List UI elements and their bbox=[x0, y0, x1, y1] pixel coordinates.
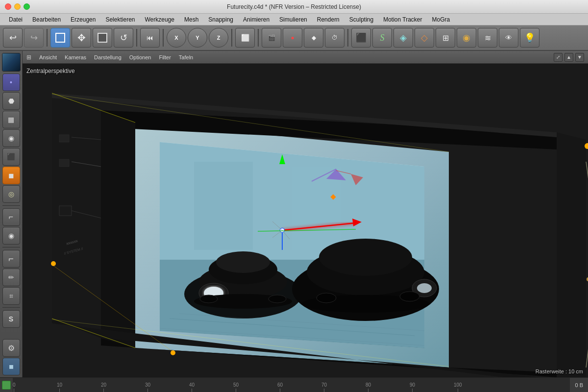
viewport-canvas[interactable]: xxxxxx // SYSTEM // bbox=[23, 64, 588, 377]
cube-button[interactable]: ⬛ bbox=[351, 28, 371, 48]
svg-rect-6 bbox=[194, 162, 253, 250]
maximize-button[interactable] bbox=[24, 3, 30, 10]
record-button[interactable]: ● bbox=[283, 28, 302, 48]
menu-item-erzeugen[interactable]: Erzeugen bbox=[66, 15, 100, 24]
toolbar: ↩ ↪ ✥ ↺ ⏮ X Y Z ⬜ 🎬 ● ◆ ⏱ bbox=[0, 25, 588, 51]
viewport-menu-kameras[interactable]: Kameras bbox=[61, 53, 90, 61]
object-mode-button[interactable]: ◼ bbox=[2, 167, 20, 184]
viewport-perspective-label: Zentralperspektive bbox=[26, 68, 75, 74]
x-axis-button[interactable]: X bbox=[167, 28, 186, 48]
svg-point-40 bbox=[317, 293, 336, 303]
viewport-up-button[interactable]: ▲ bbox=[564, 53, 573, 62]
animate-button[interactable]: 🎬 bbox=[262, 28, 281, 48]
viewport-expand-button[interactable]: ⤢ bbox=[554, 53, 563, 62]
viewport-header: ⊞ Ansicht Kameras Darstellung Optionen F… bbox=[23, 51, 588, 64]
s-button[interactable]: S bbox=[2, 310, 20, 328]
svg-point-33 bbox=[269, 295, 286, 303]
ruler-tick-0: 0 bbox=[13, 382, 16, 392]
ruler-tick-40: 40 bbox=[189, 382, 195, 392]
menu-item-mesh[interactable]: Mesh bbox=[179, 15, 203, 24]
svg-marker-15 bbox=[557, 132, 586, 377]
viewport-menu-filter[interactable]: Filter bbox=[155, 53, 174, 61]
redo-button[interactable]: ↪ bbox=[24, 28, 44, 48]
timeline-play-button[interactable] bbox=[2, 381, 11, 390]
scale-button[interactable] bbox=[93, 28, 112, 48]
points-mode-button[interactable]: • bbox=[2, 74, 20, 91]
bottom-tool-button[interactable]: ◼ bbox=[2, 358, 20, 375]
ruler-tick-80: 80 bbox=[366, 382, 371, 392]
lasso-select-button[interactable]: ⌐ bbox=[2, 208, 20, 226]
live-select-button[interactable]: ◉ bbox=[2, 227, 20, 245]
menu-item-motion-tracker[interactable]: Motion Tracker bbox=[378, 15, 427, 24]
toolbar-separator-6 bbox=[347, 29, 348, 47]
poly-mode-button[interactable]: ▦ bbox=[2, 111, 20, 128]
bend-button[interactable]: ⌐ bbox=[2, 250, 20, 268]
snap-button[interactable]: ◎ bbox=[2, 185, 20, 203]
menu-item-werkzeuge[interactable]: Werkzeuge bbox=[140, 15, 179, 24]
svg-point-41 bbox=[400, 292, 419, 301]
ruler-tick-50: 50 bbox=[233, 382, 239, 392]
menu-item-simulieren[interactable]: Simulieren bbox=[274, 15, 312, 24]
timeline-ruler[interactable]: 0 10 20 30 40 50 60 70 bbox=[13, 378, 570, 392]
texture-mode-button[interactable]: ◉ bbox=[2, 129, 20, 147]
ruler-tick-10: 10 bbox=[57, 382, 62, 392]
viewport-menu-tafeln[interactable]: Tafeln bbox=[175, 53, 197, 61]
select-rectangle-button[interactable] bbox=[50, 28, 70, 48]
viewport-menu-ansicht[interactable]: Ansicht bbox=[35, 53, 61, 61]
viewport-menu-optionen[interactable]: Optionen bbox=[125, 53, 155, 61]
svg-point-36 bbox=[319, 239, 412, 276]
menu-item-selektieren[interactable]: Selektieren bbox=[100, 15, 140, 24]
model-mode-button[interactable]: ⬛ bbox=[2, 148, 20, 166]
timeline-button[interactable]: ⏱ bbox=[325, 28, 344, 48]
menu-item-sculpting[interactable]: Sculpting bbox=[344, 15, 378, 24]
menu-item-bearbeiten[interactable]: Bearbeiten bbox=[27, 15, 66, 24]
viewport-header-icon: ⊞ bbox=[26, 54, 31, 61]
toolbar-separator-4 bbox=[231, 29, 232, 47]
effector-button[interactable]: ◉ bbox=[457, 28, 476, 48]
nurbs-button[interactable]: ◈ bbox=[393, 28, 413, 48]
svg-point-63 bbox=[51, 261, 56, 266]
toolbar-separator-1 bbox=[47, 29, 48, 47]
menu-item-mogra[interactable]: MoGra bbox=[427, 15, 455, 24]
coord-button[interactable]: ⬜ bbox=[235, 28, 255, 48]
paint-button[interactable]: ✏ bbox=[2, 269, 20, 286]
rig-button[interactable]: ⚙ bbox=[2, 339, 20, 357]
svg-point-70 bbox=[171, 350, 175, 355]
viewport-down-button[interactable]: ▼ bbox=[575, 53, 584, 62]
viewport-thumbnail bbox=[2, 53, 21, 72]
keyframe-button[interactable]: ◆ bbox=[304, 28, 323, 48]
rotate-button[interactable]: ↺ bbox=[114, 28, 133, 48]
array-button[interactable]: ⊞ bbox=[436, 28, 455, 48]
deform-button[interactable]: ◇ bbox=[415, 28, 434, 48]
toolbar-separator-2 bbox=[136, 29, 137, 47]
hair-button[interactable]: ≋ bbox=[478, 28, 497, 48]
play-back-button[interactable]: ⏮ bbox=[140, 28, 160, 48]
undo-button[interactable]: ↩ bbox=[3, 28, 23, 48]
svg-point-27 bbox=[216, 251, 270, 273]
viewport-menu-darstellung[interactable]: Darstellung bbox=[90, 53, 125, 61]
menu-item-rendern[interactable]: Rendern bbox=[312, 15, 344, 24]
ruler-tick-20: 20 bbox=[101, 382, 106, 392]
edge-mode-button[interactable]: ⬣ bbox=[2, 92, 20, 110]
light-button[interactable]: 💡 bbox=[520, 28, 539, 48]
viewport-container: ⊞ Ansicht Kameras Darstellung Optionen F… bbox=[23, 51, 588, 377]
y-axis-button[interactable]: Y bbox=[188, 28, 207, 48]
menu-item-datei[interactable]: Datei bbox=[4, 15, 27, 24]
sidebar-divider bbox=[2, 205, 20, 206]
spline-button[interactable]: S bbox=[372, 28, 392, 48]
move-button[interactable]: ✥ bbox=[72, 28, 91, 48]
svg-rect-20 bbox=[59, 159, 69, 167]
minimize-button[interactable] bbox=[14, 3, 21, 10]
main-area: • ⬣ ▦ ◉ ⬛ ◼ ◎ ⌐ ◉ ⌐ ✏ bbox=[0, 51, 588, 377]
menu-item-snapping[interactable]: Snapping bbox=[203, 15, 238, 24]
menu-item-animieren[interactable]: Animieren bbox=[238, 15, 274, 24]
sidebar-divider-2 bbox=[2, 247, 20, 247]
close-button[interactable] bbox=[5, 3, 11, 10]
z-axis-button[interactable]: Z bbox=[209, 28, 228, 48]
ruler-tick-90: 90 bbox=[410, 382, 415, 392]
magnet-button[interactable]: ⌗ bbox=[2, 287, 20, 305]
raster-label: Rasterweite : 10 cm bbox=[536, 368, 583, 374]
eyes-button[interactable]: 👁 bbox=[499, 28, 518, 48]
svg-point-32 bbox=[200, 295, 218, 303]
frame-indicator: 0 B bbox=[570, 382, 588, 388]
